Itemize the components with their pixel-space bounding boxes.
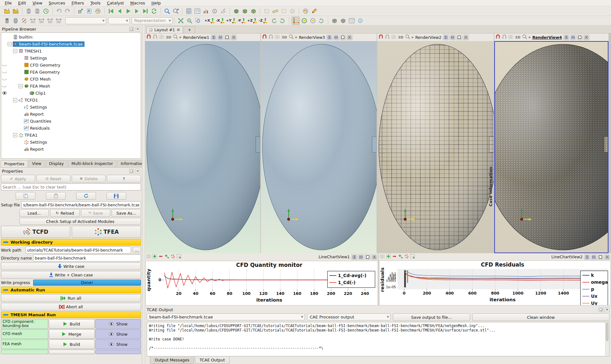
view-menu-chevron-icon[interactable]: » xyxy=(528,35,531,39)
split-horizontal-button[interactable] xyxy=(563,34,569,40)
split-vertical-button[interactable] xyxy=(570,34,576,40)
pipeline-item-beam-ball-fsi-benchmark-tcae[interactable]: −beam-ball-FSI-benchmark.tcae xyxy=(1,40,141,47)
view-title[interactable]: RenderView1 xyxy=(182,35,210,40)
view-menu-chevron-icon[interactable]: » xyxy=(411,35,414,39)
save-button[interactable]: ↷Save xyxy=(81,209,110,217)
component-combo[interactable]: ▼ xyxy=(108,17,130,24)
rotate-90-cw-icon[interactable] xyxy=(270,17,278,25)
rescale-range-icon[interactable] xyxy=(11,17,20,25)
zoom-search-icon[interactable] xyxy=(163,7,171,15)
link-camera-icon[interactable] xyxy=(146,34,151,40)
select-points-icon[interactable] xyxy=(404,254,409,260)
rubber-band-select-icon[interactable] xyxy=(176,254,181,260)
capture-view-icon[interactable] xyxy=(508,34,513,40)
temporal-history-icon[interactable] xyxy=(42,7,50,15)
camera-2d-icon[interactable] xyxy=(339,17,347,25)
float-panel-icon[interactable]: ❏ xyxy=(129,169,134,174)
split-vertical-button[interactable] xyxy=(450,34,455,40)
zoom-to-box-icon[interactable] xyxy=(194,17,202,25)
link-camera-icon[interactable] xyxy=(495,34,501,40)
pipeline-item-clip1[interactable]: Clip1 xyxy=(1,89,141,96)
closed-eye-icon[interactable] xyxy=(1,84,8,88)
capture-chart-icon[interactable] xyxy=(146,254,151,260)
write-case-button[interactable]: Write case xyxy=(1,262,141,270)
show-button[interactable]: Show xyxy=(95,329,141,339)
split-vertical-button[interactable] xyxy=(333,34,339,40)
pipeline-item-cfd-geometry[interactable]: CFD Geometry xyxy=(1,61,141,68)
set-view-minus-z[interactable]: -Z xyxy=(258,17,268,25)
bounding-box-icon[interactable] xyxy=(280,7,288,15)
show-button[interactable]: Show xyxy=(95,339,141,349)
build-button[interactable]: Build xyxy=(49,319,95,329)
link-camera-icon[interactable] xyxy=(262,34,267,40)
reset-camera-icon[interactable] xyxy=(177,17,185,25)
panel-splitter[interactable] xyxy=(142,25,145,364)
close-panel-icon[interactable]: ✕ xyxy=(135,27,140,32)
save-properties-button[interactable] xyxy=(107,192,126,200)
clip-filter-icon[interactable] xyxy=(232,7,240,15)
set-view-plus-y[interactable]: +Y xyxy=(225,17,237,25)
auto-apply-icon[interactable] xyxy=(85,7,93,15)
maximize-view-button[interactable] xyxy=(224,34,230,40)
set-view-plus-z[interactable]: +Z xyxy=(247,17,258,25)
split-vertical-button[interactable] xyxy=(358,254,364,260)
toggle-selection-icon[interactable] xyxy=(398,254,403,260)
pipeline-item-settings[interactable]: Settings xyxy=(1,54,141,61)
save-as-button[interactable]: Save As... xyxy=(112,209,141,217)
pipeline-item-settings[interactable]: Settings xyxy=(1,103,141,111)
tab-multi-block-inspector[interactable]: Multi-block Inspector xyxy=(68,160,117,167)
pipeline-item-fea-mesh[interactable]: −FEA Mesh xyxy=(1,82,141,89)
pipeline-item-tfea1[interactable]: −TFEA1 xyxy=(1,132,141,139)
pipeline-item-report[interactable]: Report xyxy=(1,146,141,153)
redo-icon[interactable] xyxy=(63,7,72,15)
unlink-camera-icon[interactable] xyxy=(385,34,390,40)
adjust-camera-icon[interactable] xyxy=(356,17,364,25)
ruler-icon[interactable] xyxy=(271,7,279,15)
clean-window-button[interactable]: Clean window xyxy=(472,313,609,321)
rescale-visible-icon[interactable] xyxy=(55,17,63,25)
automatic-run-header[interactable]: Automatic Run xyxy=(1,287,141,293)
undo-icon[interactable] xyxy=(55,7,63,15)
pipeline-item-tmesh1[interactable]: −TMESH1 xyxy=(1,47,141,54)
chart-canvas[interactable]: 02004006008001000120014001600CFD Residua… xyxy=(379,261,611,305)
maximize-view-button[interactable] xyxy=(340,34,346,40)
view-menu-chevron-icon[interactable]: » xyxy=(295,35,297,39)
menu-view[interactable]: View xyxy=(30,0,45,6)
viewport-renderview1[interactable] xyxy=(145,41,260,253)
previous-frame-icon[interactable] xyxy=(115,7,124,15)
remove-selection-icon[interactable] xyxy=(392,254,397,260)
rescale-temporal-icon[interactable] xyxy=(46,17,54,25)
check-setup-button[interactable]: Check Setup of Activated Modules xyxy=(19,218,141,225)
edit-color-map-icon[interactable] xyxy=(301,7,310,15)
connect-server-icon[interactable] xyxy=(25,7,33,15)
pipeline-item-tcfd1[interactable]: −TCFD1 xyxy=(1,96,141,103)
sphere-widget-icon[interactable] xyxy=(288,7,297,15)
split-horizontal-button[interactable] xyxy=(351,254,357,260)
output-log[interactable]: Writing file "/local/home/lubos/CFDSUPPO… xyxy=(147,322,609,356)
output-tab-output-messages[interactable]: Output Messages xyxy=(150,357,194,364)
disconnect-server-icon[interactable] xyxy=(33,7,41,15)
abort-all-button[interactable]: Abort all xyxy=(1,303,141,310)
set-view-plus-x[interactable]: +X xyxy=(204,17,216,25)
float-panel-icon[interactable]: ❏ xyxy=(129,27,134,32)
tree-expander-icon[interactable]: − xyxy=(8,42,12,46)
spreadsheet-view-icon[interactable] xyxy=(348,17,356,25)
menu-filters[interactable]: Filters xyxy=(69,0,87,6)
menu-sources[interactable]: Sources xyxy=(46,0,68,6)
scalar-bar-icon[interactable] xyxy=(3,17,11,25)
viewport-renderview3[interactable] xyxy=(261,41,377,253)
next-frame-icon[interactable] xyxy=(133,7,141,15)
closed-eye-icon[interactable] xyxy=(1,70,8,74)
zoom-to-data-icon[interactable] xyxy=(185,17,194,25)
pipeline-item-settings[interactable]: Settings xyxy=(1,139,141,146)
write-clean-case-button[interactable]: Write + Clean case xyxy=(1,271,141,279)
open-file-icon[interactable] xyxy=(3,7,11,15)
close-view-button[interactable] xyxy=(584,34,589,40)
pipeline-item-report[interactable]: Report xyxy=(1,111,141,118)
camera-3d-icon[interactable] xyxy=(330,17,339,25)
link-camera-icon[interactable] xyxy=(378,34,384,40)
closed-eye-icon[interactable] xyxy=(1,77,8,81)
viewport-renderview2[interactable]: Case information xyxy=(377,41,494,253)
capture-view-icon[interactable] xyxy=(159,34,164,40)
close-view-button[interactable] xyxy=(347,34,352,40)
